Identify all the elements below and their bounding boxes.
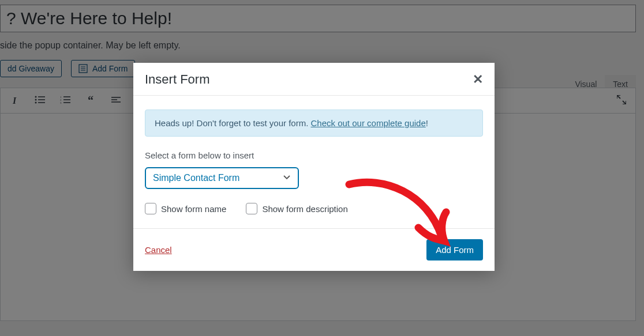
modal-footer: Cancel Add Form <box>133 228 495 271</box>
alert-suffix: ! <box>426 118 428 128</box>
alert-link[interactable]: Check out our complete guide <box>311 118 426 128</box>
show-name-label: Show form name <box>161 204 226 214</box>
chevron-down-icon <box>283 173 291 183</box>
selected-form-value: Simple Contact Form <box>153 173 239 183</box>
form-select-dropdown[interactable]: Simple Contact Form <box>145 167 299 189</box>
modal-body: Heads up! Don't forget to test your form… <box>133 96 495 228</box>
modal-header: Insert Form ✕ <box>133 63 495 96</box>
checkbox-row: Show form name Show form description <box>145 203 483 214</box>
alert-prefix: Heads up! Don't forget to test your form… <box>155 118 311 128</box>
cancel-button[interactable]: Cancel <box>145 245 172 255</box>
show-form-name-option[interactable]: Show form name <box>145 203 226 214</box>
alert-box: Heads up! Don't forget to test your form… <box>145 110 483 137</box>
modal-title: Insert Form <box>145 72 209 87</box>
show-desc-label: Show form description <box>262 204 347 214</box>
show-form-description-option[interactable]: Show form description <box>246 203 347 214</box>
checkbox-icon[interactable] <box>145 203 156 214</box>
insert-form-modal: Insert Form ✕ Heads up! Don't forget to … <box>133 63 495 271</box>
select-form-label: Select a form below to insert <box>145 150 483 160</box>
add-form-button[interactable]: Add Form <box>426 239 483 261</box>
checkbox-icon[interactable] <box>246 203 257 214</box>
close-icon[interactable]: ✕ <box>473 72 483 87</box>
